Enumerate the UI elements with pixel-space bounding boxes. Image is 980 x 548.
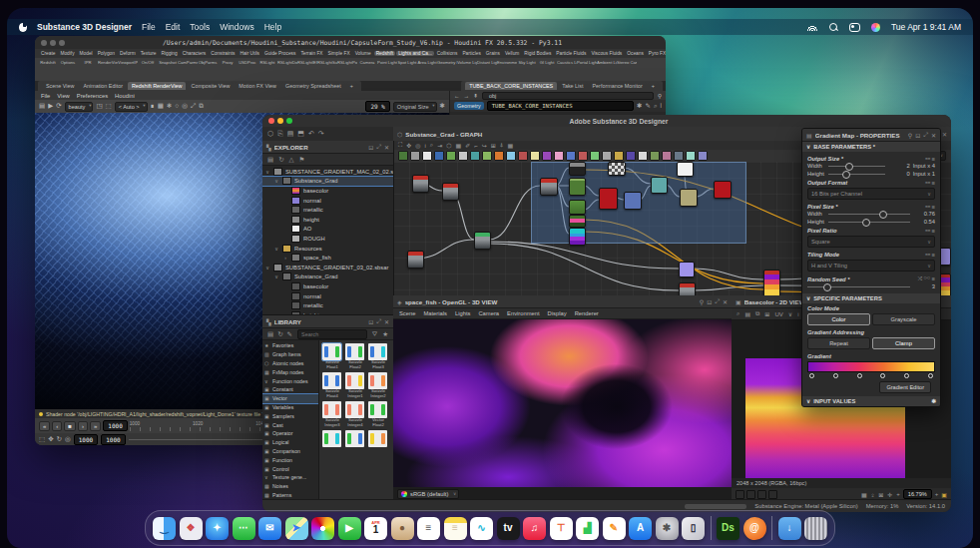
size-mode-dropdown[interactable]: Original Size (393, 102, 437, 112)
explorer-tree-item[interactable]: ROUGH (262, 234, 393, 244)
dock-app-icon[interactable]: ❖ (180, 517, 203, 540)
toolbar-icon[interactable]: ⬒ (297, 130, 304, 138)
gradient-preview-bar[interactable] (807, 361, 935, 372)
graph-node[interactable] (569, 215, 586, 228)
filter-icon[interactable]: ⛛ (372, 330, 377, 338)
graph-node[interactable] (679, 282, 696, 295)
minimize-button[interactable] (277, 118, 283, 124)
input-values-section[interactable]: ∨INPUT VALUES ✱ (802, 396, 940, 406)
panel-control-icon[interactable]: ⚲ (908, 132, 912, 139)
graph-tool-icon[interactable]: ⌐ (474, 143, 478, 149)
dock-app-icon[interactable]: APR 1 (364, 517, 387, 540)
refresh-icon[interactable]: ⟳ (56, 103, 61, 110)
dock-app-icon[interactable]: ⋯ (233, 517, 255, 540)
node-palette-swatch[interactable] (578, 151, 588, 161)
library-category[interactable]: ⬡ Atomic nodes (262, 359, 318, 368)
dock-app-icon[interactable]: ● (391, 517, 414, 540)
zoom-in-icon[interactable]: + (935, 491, 939, 497)
snowflake-icon[interactable]: ❄ (167, 103, 172, 110)
library-item[interactable]: Vector Float2 (368, 401, 388, 427)
graph-tool-icon[interactable]: ◎ (415, 142, 420, 149)
dock-app-icon[interactable]: tv (497, 517, 520, 540)
library-item[interactable]: Swizzle Integer2 (368, 372, 388, 398)
library-toolbar-icon[interactable]: ✎ (287, 330, 292, 338)
shelf-tab[interactable]: Grains (484, 51, 502, 56)
shelf-tool[interactable]: On/Off (138, 59, 158, 65)
search-icon[interactable] (828, 22, 839, 33)
library-item[interactable] (345, 430, 365, 456)
expand-icon[interactable]: ⤢ (191, 103, 196, 110)
app-menu-title[interactable]: Substance 3D Designer (37, 22, 132, 32)
explorer-toolbar-icon[interactable]: ↻ (278, 156, 283, 164)
shelf-tool[interactable]: Snapshot (158, 59, 178, 65)
view3d-header[interactable]: ◈ space_fish - OpenGL - 3D VIEW ⚲⊡⤢✕ (393, 295, 732, 308)
graph-node[interactable] (677, 162, 694, 177)
node-palette-swatch[interactable] (434, 151, 444, 161)
view3d-menu[interactable]: Lights (455, 310, 470, 316)
favorite-icon[interactable]: ★ (382, 330, 388, 338)
dock-app-icon[interactable]: ≡ (444, 517, 467, 540)
graph-tool-icon[interactable]: ⍋ (500, 142, 504, 149)
crop-icon[interactable]: ⬚ (106, 103, 112, 110)
pixel-size-height-slider[interactable]: Height 0.54 (807, 218, 935, 226)
dock-app-icon[interactable] (311, 517, 334, 540)
chevron-icon[interactable]: › (282, 255, 288, 261)
dock-app-icon[interactable]: ▶ (338, 517, 361, 540)
renderview-menu[interactable]: Houdini (115, 93, 135, 99)
library-item[interactable] (368, 430, 388, 456)
graph-tool-icon[interactable]: ⛶ (398, 142, 402, 149)
go-start-button[interactable]: « (39, 421, 50, 431)
dock-app-icon[interactable]: A (629, 517, 652, 540)
panel-control-icon[interactable]: ✕ (723, 298, 728, 305)
shelf-tab[interactable]: Oceans (625, 51, 646, 56)
keyframe-icon[interactable]: ⬚ (39, 436, 45, 443)
info-icon[interactable]: i (661, 103, 662, 110)
pane-tab[interactable]: + (346, 82, 357, 90)
dock-app-icon[interactable]: ♫ (523, 517, 546, 540)
view2d-toolbar-icon[interactable]: UV (774, 311, 782, 317)
shelf-tab[interactable]: Redshift (374, 51, 396, 56)
shelf-tab[interactable]: Constraints (209, 51, 237, 56)
menu-item[interactable]: Edit (166, 22, 181, 32)
view2d-toolbar-icon[interactable]: ⊞ (764, 310, 769, 317)
shelf-tab[interactable]: Create (39, 51, 57, 56)
library-toolbar-icon[interactable]: ↻ (277, 330, 282, 338)
shelf-tool[interactable]: USDProc (238, 59, 257, 65)
shelf-tool[interactable]: Area Light (417, 59, 437, 65)
shelf-tool[interactable]: RSLightIES (297, 59, 317, 65)
library-item[interactable]: Swizzle Integer4 (345, 401, 365, 427)
background-swatch[interactable] (735, 490, 744, 499)
node-palette-swatch[interactable] (662, 151, 672, 161)
node-palette-swatch[interactable] (410, 151, 420, 161)
node-palette-swatch[interactable] (566, 151, 576, 161)
explorer-tree-item[interactable]: ∨ SUBSTANCE_GRADIENT_03_02.sbsar (262, 263, 393, 273)
shelf-tool[interactable]: Stereo Camera (617, 59, 637, 65)
wifi-icon[interactable] (807, 22, 818, 33)
shelf-tool[interactable]: Options (58, 59, 78, 65)
play-button[interactable]: › (78, 421, 88, 431)
toolbar-icon[interactable]: ↷ (318, 130, 324, 138)
base-parameters-section[interactable]: ∨BASE PARAMETERS * (802, 142, 940, 152)
dock-app-icon[interactable]: Ds (717, 517, 739, 540)
library-category[interactable]: ▦ FxMap nodes (262, 367, 318, 376)
library-item[interactable]: Swizzle Float4 (322, 372, 342, 398)
graph-node[interactable] (680, 189, 698, 207)
view2d-footer-icon[interactable]: ⍚ (871, 491, 875, 498)
node-palette-swatch[interactable] (530, 151, 540, 161)
graph-node[interactable] (540, 178, 558, 196)
library-item[interactable]: Swizzle Float1 (322, 343, 342, 369)
explorer-tree-item[interactable]: basecolor (262, 186, 393, 196)
node-palette-swatch[interactable] (626, 151, 636, 161)
shelf-tool[interactable]: GI Light (537, 59, 557, 65)
graph-tool-icon[interactable]: ✥ (406, 142, 411, 149)
shelf-tool[interactable]: Ambient Light (597, 59, 617, 65)
shelf-tool[interactable]: Portal Light (577, 59, 597, 65)
zoom-value[interactable]: 16.79% (903, 489, 932, 499)
node-palette-swatch[interactable] (422, 151, 432, 161)
graph-node[interactable] (569, 178, 586, 196)
node-palette-swatch[interactable] (542, 151, 552, 161)
graph-node[interactable] (651, 177, 668, 194)
current-frame-field[interactable]: 1000 (103, 420, 127, 431)
view3d-menu[interactable]: Materials (423, 310, 447, 316)
pane-tab[interactable]: Redshift RenderView (128, 82, 187, 90)
